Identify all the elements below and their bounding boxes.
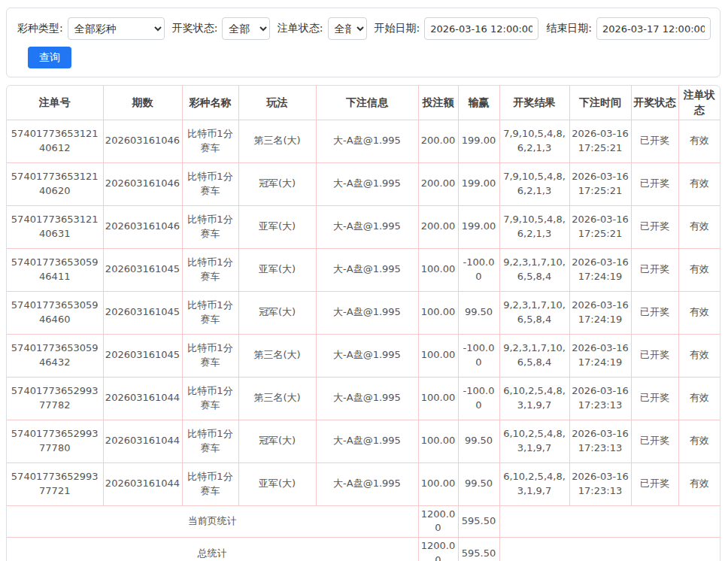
cell-period: 202603161046 (103, 162, 182, 205)
cell-order-status: 有效 (678, 291, 720, 334)
order-status-select[interactable]: 全部 (328, 17, 367, 40)
header-win-loss: 输赢 (458, 86, 499, 120)
header-bet-time: 下注时间 (569, 86, 631, 120)
cell-win-loss: -100.00 (458, 334, 499, 377)
cell-bet-time: 2026-03-16 17:23:13 (569, 377, 631, 420)
cell-bet-time: 2026-03-16 17:23:13 (569, 462, 631, 505)
cell-bet-time: 2026-03-16 17:25:21 (569, 162, 631, 205)
cell-bet-id: 5740177365305946460 (7, 291, 103, 334)
cell-bet-amount: 100.00 (418, 248, 458, 291)
cell-period: 202603161044 (103, 420, 182, 462)
lottery-type-select[interactable]: 全部彩种 (68, 17, 165, 40)
header-bet-info: 下注信息 (316, 86, 418, 120)
cell-bet-amount: 200.00 (418, 120, 458, 162)
summary-empty-cell (499, 505, 720, 538)
draw-status-select[interactable]: 全部 (222, 17, 270, 40)
cell-bet-amount: 100.00 (418, 462, 458, 505)
table-row: 5740177365299377780202603161044比特币1分赛车冠军… (7, 420, 720, 462)
start-date-label: 开始日期: (375, 22, 420, 35)
cell-bet-info: 大-A盘@1.995 (316, 334, 418, 377)
cell-draw-result: 7,9,10,5,4,8,6,2,1,3 (499, 162, 569, 205)
cell-bet-info: 大-A盘@1.995 (316, 377, 418, 420)
bet-records-card: 注单号 期数 彩种名称 玩法 下注信息 投注额 输赢 开奖结果 下注时间 开奖状… (6, 85, 720, 561)
cell-order-status: 有效 (678, 205, 720, 248)
start-date-input[interactable] (424, 17, 538, 40)
summary-empty-cell (499, 538, 720, 561)
cell-period: 202603161044 (103, 377, 182, 420)
cell-play-type: 亚军(大) (238, 462, 316, 505)
cell-bet-id: 5740177365299377782 (7, 377, 103, 420)
cell-bet-id: 5740177365312140620 (7, 162, 103, 205)
header-lottery-name: 彩种名称 (182, 86, 238, 120)
cell-draw-result: 9,2,3,1,7,10,6,5,8,4 (499, 291, 569, 334)
cell-play-type: 亚军(大) (238, 248, 316, 291)
table-body: 5740177365312140612202603161046比特币1分赛车第三… (7, 120, 720, 561)
cell-draw-status: 已开奖 (631, 120, 678, 162)
table-row: 5740177365305946411202603161045比特币1分赛车亚军… (7, 248, 720, 291)
cell-period: 202603161045 (103, 334, 182, 377)
cell-period: 202603161044 (103, 462, 182, 505)
cell-bet-amount: 100.00 (418, 291, 458, 334)
header-order-status: 注单状态 (678, 86, 720, 120)
cell-win-loss: 99.50 (458, 462, 499, 505)
cell-bet-info: 大-A盘@1.995 (316, 205, 418, 248)
cell-order-status: 有效 (678, 162, 720, 205)
table-row: 5740177365299377782202603161044比特币1分赛车第三… (7, 377, 720, 420)
cell-draw-status: 已开奖 (631, 420, 678, 462)
table-row: 5740177365305946432202603161045比特币1分赛车第三… (7, 334, 720, 377)
bet-records-table: 注单号 期数 彩种名称 玩法 下注信息 投注额 输赢 开奖结果 下注时间 开奖状… (7, 86, 720, 561)
cell-win-loss: 199.00 (458, 162, 499, 205)
cell-bet-time: 2026-03-16 17:24:19 (569, 248, 631, 291)
cell-play-type: 第三名(大) (238, 377, 316, 420)
cell-lottery-name: 比特币1分赛车 (182, 462, 238, 505)
cell-bet-info: 大-A盘@1.995 (316, 162, 418, 205)
button-row: 查询 (17, 47, 711, 68)
cell-bet-id: 5740177365305946411 (7, 248, 103, 291)
cell-period: 202603161046 (103, 205, 182, 248)
cell-bet-info: 大-A盘@1.995 (316, 462, 418, 505)
cell-draw-status: 已开奖 (631, 248, 678, 291)
header-row: 注单号 期数 彩种名称 玩法 下注信息 投注额 输赢 开奖结果 下注时间 开奖状… (7, 86, 720, 120)
cell-win-loss: 99.50 (458, 420, 499, 462)
cell-bet-time: 2026-03-16 17:25:21 (569, 205, 631, 248)
summary-label: 总统计 (7, 538, 418, 561)
cell-play-type: 冠军(大) (238, 291, 316, 334)
query-button[interactable]: 查询 (28, 47, 71, 68)
cell-draw-result: 9,2,3,1,7,10,6,5,8,4 (499, 334, 569, 377)
cell-bet-amount: 100.00 (418, 377, 458, 420)
cell-period: 202603161045 (103, 248, 182, 291)
cell-order-status: 有效 (678, 248, 720, 291)
cell-draw-status: 已开奖 (631, 377, 678, 420)
cell-draw-status: 已开奖 (631, 205, 678, 248)
cell-draw-result: 7,9,10,5,4,8,6,2,1,3 (499, 120, 569, 162)
cell-draw-result: 6,10,2,5,4,8,3,1,9,7 (499, 462, 569, 505)
cell-draw-result: 9,2,3,1,7,10,6,5,8,4 (499, 248, 569, 291)
cell-bet-id: 5740177365305946432 (7, 334, 103, 377)
cell-play-type: 第三名(大) (238, 334, 316, 377)
cell-order-status: 有效 (678, 120, 720, 162)
cell-order-status: 有效 (678, 334, 720, 377)
cell-bet-id: 5740177365299377780 (7, 420, 103, 462)
cell-bet-amount: 200.00 (418, 162, 458, 205)
cell-period: 202603161046 (103, 120, 182, 162)
header-draw-result: 开奖结果 (499, 86, 569, 120)
cell-bet-time: 2026-03-16 17:23:13 (569, 420, 631, 462)
end-date-input[interactable] (596, 17, 711, 40)
cell-bet-time: 2026-03-16 17:24:19 (569, 334, 631, 377)
cell-lottery-name: 比特币1分赛车 (182, 120, 238, 162)
cell-lottery-name: 比特币1分赛车 (182, 248, 238, 291)
table-row: 5740177365299377721202603161044比特币1分赛车亚军… (7, 462, 720, 505)
cell-bet-amount: 100.00 (418, 420, 458, 462)
filter-bar: 彩种类型: 全部彩种 开奖状态: 全部 注单状态: 全部 开始日期: 结束日期:… (6, 8, 720, 77)
table-row: 5740177365312140631202603161046比特币1分赛车亚军… (7, 205, 720, 248)
cell-lottery-name: 比特币1分赛车 (182, 334, 238, 377)
cell-lottery-name: 比特币1分赛车 (182, 162, 238, 205)
cell-bet-time: 2026-03-16 17:24:19 (569, 291, 631, 334)
cell-bet-info: 大-A盘@1.995 (316, 248, 418, 291)
table-header: 注单号 期数 彩种名称 玩法 下注信息 投注额 输赢 开奖结果 下注时间 开奖状… (7, 86, 720, 120)
summary-winloss-total: 595.50 (458, 505, 499, 538)
cell-bet-time: 2026-03-16 17:25:21 (569, 120, 631, 162)
cell-bet-info: 大-A盘@1.995 (316, 120, 418, 162)
cell-lottery-name: 比特币1分赛车 (182, 420, 238, 462)
table-row: 5740177365312140612202603161046比特币1分赛车第三… (7, 120, 720, 162)
